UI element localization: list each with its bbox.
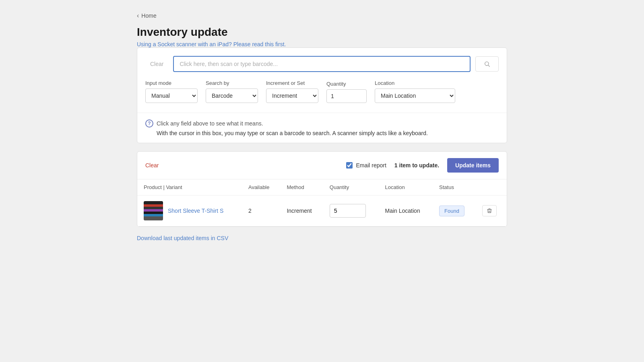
product-link[interactable]: Short Sleeve T-Shirt S [168,208,223,214]
table-row: Short Sleeve T-Shirt S 2 Increment Main … [137,195,507,226]
barcode-options-card: Clear Input mode Manual Automatic [137,47,507,143]
clear-items-button[interactable]: Clear [145,162,159,169]
items-count: 1 item to update. [394,162,439,169]
search-by-group: Search by Barcode SKU Title [206,80,258,103]
col-header-product: Product | Variant [137,179,242,195]
barcode-row: Clear [145,56,499,72]
svg-rect-8 [144,214,163,216]
svg-rect-9 [144,216,163,220]
options-row: Input mode Manual Automatic Search by Ba… [145,80,499,105]
svg-line-1 [488,65,490,67]
items-actions: Email report 1 item to update. Update it… [346,158,499,173]
location-label: Location [375,80,455,86]
page-title: Inventory update [137,26,507,39]
col-header-status: Status [433,179,476,195]
col-header-quantity: Quantity [323,179,379,195]
quantity-label: Quantity [326,81,367,87]
help-icon: ? [145,119,153,128]
product-thumbnail [144,201,163,220]
location-select[interactable]: Main Location [375,88,455,103]
svg-point-0 [485,62,489,66]
search-button[interactable] [475,56,499,72]
svg-rect-5 [144,207,163,209]
row-quantity-input[interactable] [330,204,366,218]
quantity-group: Quantity [326,81,367,103]
svg-rect-3 [144,201,163,204]
available-cell: 2 [242,195,280,226]
back-arrow-icon: ‹ [137,12,139,19]
items-header: Clear Email report 1 item to update. Upd… [137,152,507,179]
help-section: ? Click any field above to see what it m… [137,113,507,143]
svg-rect-7 [144,212,163,214]
email-report-text: Email report [356,162,386,169]
socket-scanner-link[interactable]: Using a Socket scanner with an iPad? Ple… [137,41,286,47]
items-card: Clear Email report 1 item to update. Upd… [137,151,507,227]
location-group: Location Main Location [375,80,455,103]
help-primary-text: Click any field above to see what it mea… [157,120,263,127]
search-by-select[interactable]: Barcode SKU Title [206,88,258,103]
col-header-location: Location [379,179,433,195]
items-table: Product | Variant Available Method Quant… [137,179,507,226]
search-icon [484,61,490,67]
download-csv-link[interactable]: Download last updated items in CSV [137,235,507,241]
status-badge: Found [439,206,464,216]
product-cell: Short Sleeve T-Shirt S [144,201,235,220]
search-by-label: Search by [206,80,258,86]
increment-set-group: Increment or Set Increment Set [266,80,318,103]
delete-row-button[interactable] [482,205,497,216]
input-mode-group: Input mode Manual Automatic [145,80,198,103]
breadcrumb: ‹ Home [137,12,507,19]
home-link[interactable]: Home [141,12,156,19]
increment-set-label: Increment or Set [266,80,318,86]
col-header-actions [476,179,507,195]
col-header-method: Method [280,179,323,195]
trash-icon [487,208,492,214]
input-mode-select[interactable]: Manual Automatic [145,88,198,103]
email-report-checkbox[interactable] [346,162,353,169]
increment-set-select[interactable]: Increment Set [266,88,318,103]
method-cell: Increment [280,195,323,226]
help-secondary-text: With the cursor in this box, you may typ… [145,130,499,136]
email-report-label[interactable]: Email report [346,162,386,169]
col-header-available: Available [242,179,280,195]
status-action-cell: Found [439,206,469,216]
barcode-input[interactable] [173,56,471,72]
clear-barcode-button[interactable]: Clear [145,58,168,70]
quantity-input[interactable] [326,89,367,103]
help-row: ? Click any field above to see what it m… [145,119,499,128]
location-cell: Main Location [379,195,433,226]
svg-rect-6 [144,209,163,212]
update-items-button[interactable]: Update items [447,158,499,173]
input-mode-label: Input mode [145,80,198,86]
svg-rect-4 [144,204,163,207]
